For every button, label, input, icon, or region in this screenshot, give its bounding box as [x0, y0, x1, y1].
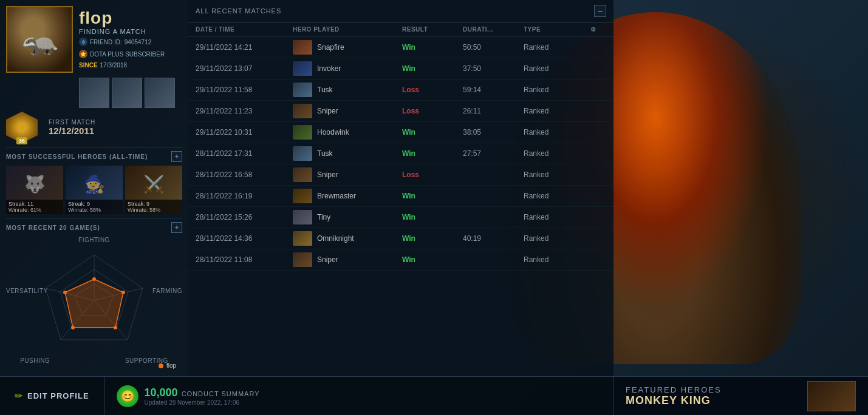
bottom-bar: ✏ EDIT PROFILE 😊 10,000 CONDUCT SUMMARY … — [0, 376, 868, 415]
col-header-duration: DURATI... — [463, 26, 524, 33]
match-type: Ranked — [524, 43, 584, 52]
match-duration: 26:11 — [463, 107, 524, 115]
match-result: Loss — [402, 170, 463, 179]
match-duration: 37:50 — [463, 64, 524, 73]
hero-name: Tusk — [317, 149, 333, 158]
hero-card-1-img: 🐺 — [6, 166, 63, 202]
conduct-info: 10,000 CONDUCT SUMMARY Updated 28 Novemb… — [145, 386, 260, 406]
friend-id-value: 94054712 — [125, 39, 152, 46]
hero-card-2-stats: Streak: 9 Winrate: 58% — [66, 200, 123, 214]
match-type: Ranked — [524, 149, 584, 158]
add-heroes-button[interactable]: + — [171, 151, 182, 162]
hero-card-1: 🐺 Streak: 11 Winrate: 61% — [6, 166, 63, 214]
match-duration: 38:05 — [463, 128, 524, 137]
hero-cards: 🐺 Streak: 11 Winrate: 61% 🧙 Streak: 9 Wi… — [6, 166, 182, 214]
hero-thumb — [293, 61, 312, 76]
match-type: Ranked — [524, 213, 584, 221]
match-row[interactable]: 28/11/2022 15:26 Tiny Win Ranked — [188, 207, 613, 228]
match-result: Loss — [402, 107, 463, 115]
hero-thumb — [293, 210, 312, 224]
match-duration: 59:14 — [463, 86, 524, 94]
match-date: 28/11/2022 15:26 — [196, 213, 293, 221]
match-history-panel: ALL RECENT MATCHES − DATE / TIME HERO PL… — [188, 0, 613, 376]
hero-2-winrate: Winrate: 58% — [68, 207, 120, 213]
heroes-section-header: MOST SUCCESSFUL HEROES (ALL-TIME) + — [6, 147, 182, 162]
match-result: Win — [402, 64, 463, 73]
hero-thumb — [293, 231, 312, 246]
hero-thumb — [293, 146, 312, 161]
hero-card-3: ⚔️ Streak: 9 Winrate: 58% — [125, 166, 182, 214]
hero-name: Hoodwink — [317, 128, 349, 137]
match-date: 28/11/2022 16:58 — [196, 170, 293, 179]
hero-3-streak: Streak: 9 — [128, 201, 180, 207]
match-result: Win — [402, 255, 463, 264]
svg-marker-8 — [65, 279, 123, 328]
edit-profile-label: EDIT PROFILE — [27, 391, 89, 400]
hero-3-winrate: Winrate: 58% — [128, 207, 180, 213]
hero-thumb — [293, 83, 312, 97]
edit-icon: ✏ — [15, 390, 22, 402]
match-row[interactable]: 29/11/2022 11:58 Tusk Loss 59:14 Ranked — [188, 79, 613, 101]
profile-header: 🦡 flop FINDING A MATCH ⚙ FRIEND ID: 9405… — [6, 6, 182, 73]
radar-legend: flop — [159, 362, 176, 369]
hero-1-winrate: Winrate: 61% — [9, 207, 61, 213]
match-type: Ranked — [524, 234, 584, 243]
hero-name: Brewmaster — [317, 192, 356, 200]
match-row[interactable]: 29/11/2022 13:07 Invoker Win 37:50 Ranke… — [188, 58, 613, 79]
match-hero: Tiny — [293, 210, 402, 224]
hero-1-streak: Streak: 11 — [9, 201, 61, 207]
featured-hero-name: MONKEY KING — [626, 394, 722, 407]
conduct-section: 😊 10,000 CONDUCT SUMMARY Updated 28 Nove… — [104, 385, 272, 407]
add-games-button[interactable]: + — [171, 222, 182, 233]
matches-header: ALL RECENT MATCHES − — [188, 0, 613, 22]
match-row[interactable]: 29/11/2022 11:23 Sniper Loss 26:11 Ranke… — [188, 101, 613, 122]
conduct-label: CONDUCT SUMMARY — [182, 390, 260, 397]
svg-point-10 — [121, 291, 125, 294]
conduct-icon: 😊 — [117, 385, 138, 407]
match-duration: 27:57 — [463, 149, 524, 158]
friend-id-label: FRIEND ID: — [90, 39, 122, 46]
match-result: Win — [402, 128, 463, 137]
match-row[interactable]: 28/11/2022 16:19 Brewmaster Win Ranked — [188, 186, 613, 207]
mini-avatar-2 — [112, 78, 142, 108]
hero-thumb — [293, 189, 312, 203]
col-header-date: DATE / TIME — [196, 26, 293, 33]
match-date: 29/11/2022 14:21 — [196, 43, 293, 52]
match-type: Ranked — [524, 107, 584, 115]
legend-dot — [159, 363, 163, 368]
hero-2-streak: Streak: 9 — [68, 201, 120, 207]
match-result: Win — [402, 192, 463, 200]
match-row[interactable]: 28/11/2022 16:58 Sniper Loss Ranked — [188, 164, 613, 186]
match-row[interactable]: 29/11/2022 14:21 Snapfire Win 50:50 Rank… — [188, 37, 613, 58]
match-hero: Invoker — [293, 61, 402, 76]
match-duration: 40:19 — [463, 234, 524, 243]
first-match-info: FIRST MATCH 12/12/2011 — [49, 119, 95, 136]
matches-list: 29/11/2022 14:21 Snapfire Win 50:50 Rank… — [188, 37, 613, 353]
match-date: 29/11/2022 10:31 — [196, 128, 293, 137]
match-type: Ranked — [524, 64, 584, 73]
minimize-button[interactable]: − — [594, 5, 606, 17]
settings-icon[interactable]: ⚙ — [584, 26, 603, 33]
match-row[interactable]: 28/11/2022 17:31 Tusk Win 27:57 Ranked — [188, 143, 613, 164]
medal-number: 36 — [16, 137, 27, 144]
hero-card-2-img: 🧙 — [66, 166, 123, 202]
edit-profile-button[interactable]: ✏ EDIT PROFILE — [0, 377, 104, 415]
svg-point-11 — [114, 326, 117, 329]
hero-card-3-img: ⚔️ — [125, 166, 182, 202]
match-row[interactable]: 28/11/2022 11:08 Sniper Win Ranked — [188, 249, 613, 271]
match-row[interactable]: 28/11/2022 14:36 Omniknight Win 40:19 Ra… — [188, 228, 613, 249]
match-date: 29/11/2022 11:58 — [196, 86, 293, 94]
medal-area: 36 FIRST MATCH 12/12/2011 — [6, 112, 182, 143]
match-row[interactable]: 29/11/2022 10:31 Hoodwink Win 38:05 Rank… — [188, 122, 613, 143]
match-date: 28/11/2022 17:31 — [196, 149, 293, 158]
match-result: Loss — [402, 86, 463, 94]
match-type: Ranked — [524, 128, 584, 137]
match-hero: Sniper — [293, 104, 402, 118]
hero-name: Tusk — [317, 86, 333, 94]
match-date: 29/11/2022 13:07 — [196, 64, 293, 73]
match-hero: Snapfire — [293, 40, 402, 55]
hero-thumb — [293, 125, 312, 140]
svg-point-12 — [71, 326, 75, 329]
dota-plus-badge: ⭐ DOTA PLUS SUBSCRIBER — [79, 50, 165, 58]
matches-title: ALL RECENT MATCHES — [196, 7, 281, 15]
